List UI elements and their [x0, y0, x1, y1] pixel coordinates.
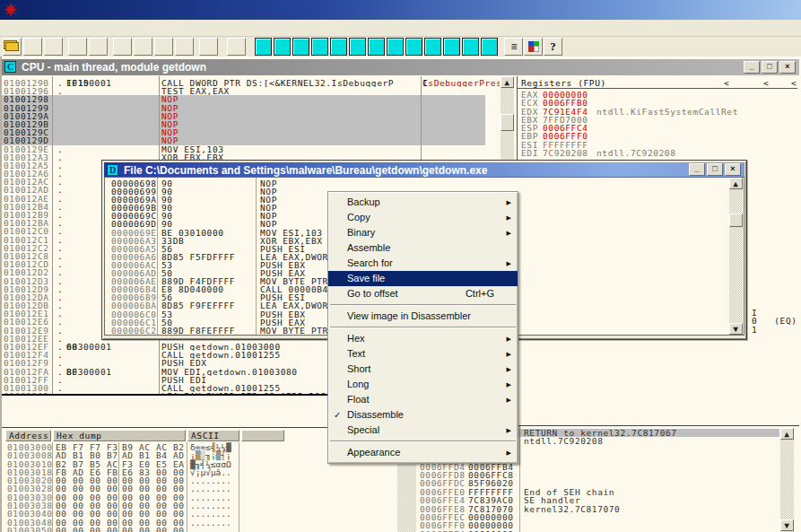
trace-over-button[interactable]: [175, 38, 194, 56]
call-stack-window-button[interactable]: [405, 38, 422, 56]
menu-item-go-to-offset[interactable]: Go to offset Ctrl+G: [328, 286, 518, 301]
restart-button[interactable]: [23, 38, 42, 56]
file-close-button[interactable]: ×: [725, 163, 741, 176]
menu-separator[interactable]: [328, 438, 518, 445]
menu-debug[interactable]: [32, 26, 48, 30]
step-over-button[interactable]: [134, 38, 152, 56]
handles-window-button[interactable]: [349, 38, 366, 56]
help-icon[interactable]: ?: [544, 38, 562, 56]
scroll-down-icon[interactable]: ▼: [780, 519, 794, 531]
disassembly-row[interactable]: 0100129A 90 NOP: [2, 112, 501, 120]
dump-header-ascii[interactable]: ASCII: [187, 430, 239, 441]
scrollbar-thumb[interactable]: [729, 214, 743, 227]
windows-list-icon[interactable]: ≡: [504, 38, 523, 56]
menu-item-text[interactable]: Text ▶: [328, 346, 518, 362]
file-minimize-button[interactable]: _: [689, 163, 705, 176]
menu-item-search-for[interactable]: Search for ▶: [328, 256, 518, 271]
menu-item-label: Short: [347, 362, 370, 377]
source-window-button[interactable]: [481, 38, 498, 56]
file-maximize-button[interactable]: □: [707, 163, 723, 176]
menu-item-copy[interactable]: Copy ▶: [328, 210, 518, 225]
disassembly-row[interactable]: 0100129C 90 NOP: [2, 128, 501, 136]
threads-window-button[interactable]: [311, 38, 328, 56]
menu-window[interactable]: [81, 26, 97, 30]
dump-header-hex[interactable]: Hex dump: [53, 430, 186, 441]
windows-window-button[interactable]: [330, 38, 347, 56]
menu-item-disassemble[interactable]: ✓ Disassemble: [328, 407, 518, 423]
EDI[interactable]: EDI7C920208ntdll.7C920208: [518, 149, 799, 157]
hex-dump-row[interactable]: 0100305000 00 00 00 00 00 00 00........: [2, 527, 397, 532]
check-icon: ✓: [334, 407, 346, 423]
close-program-button[interactable]: [44, 38, 63, 56]
stack-scrollbar[interactable]: ▲ ▼: [780, 428, 794, 532]
menu-item-special[interactable]: Special ▶: [328, 423, 518, 438]
cpu-window-button[interactable]: [368, 38, 385, 56]
go-to-address-button[interactable]: [227, 38, 246, 56]
dump-header-address[interactable]: Address: [5, 430, 51, 441]
disassembly-row[interactable]: 01001299 90 NOP: [2, 104, 501, 112]
menu-item-label: Special: [347, 423, 379, 438]
menu-file[interactable]: [0, 26, 16, 30]
menu-item-backup[interactable]: Backup ▶: [328, 195, 518, 210]
menu-plugins[interactable]: [48, 26, 65, 30]
appearance-colors-icon[interactable]: [524, 38, 543, 56]
disassembly-row[interactable]: 0100129D 90 NOP: [2, 136, 501, 144]
menu-item-float[interactable]: Float ▶: [328, 392, 518, 407]
cpu-minimize-button[interactable]: _: [744, 61, 760, 74]
disassembly-row[interactable]: 01001296. 85C0 TEST EAX,EAX: [2, 87, 501, 95]
disassembly-row[interactable]: 0100129E. BE 03010000 MOV ESI,103: [2, 145, 501, 153]
menu-item-hex[interactable]: Hex ▶: [328, 331, 518, 346]
cpu-title-bar[interactable]: C CPU - main thread, module getdown _ □ …: [2, 59, 799, 75]
run-button[interactable]: [68, 38, 87, 56]
submenu-arrow-icon: ▶: [507, 331, 511, 346]
trace-into-button[interactable]: [154, 38, 173, 56]
executables-window-button[interactable]: [274, 38, 291, 56]
cpu-maximize-button[interactable]: □: [762, 61, 778, 74]
execute-till-return-button[interactable]: [199, 38, 218, 56]
menu-help[interactable]: [97, 26, 113, 30]
menu-item-short[interactable]: Short ▶: [328, 362, 518, 377]
menu-item-save-file[interactable]: Save file: [328, 271, 518, 286]
menu-item-long[interactable]: Long ▶: [328, 377, 518, 392]
menu-item-assemble[interactable]: Assemble: [328, 240, 518, 256]
scroll-up-icon[interactable]: ▲: [501, 76, 514, 88]
patches-window-button[interactable]: [387, 38, 404, 56]
menu-item-label: Hex: [347, 331, 365, 346]
collapse-icon[interactable]: <: [763, 78, 769, 88]
collapse-icon[interactable]: <: [791, 78, 797, 88]
disassembly-row[interactable]: 01001298 90 NOP: [2, 95, 501, 103]
toolbar-buttons: [3, 38, 248, 56]
scroll-up-icon[interactable]: ▲: [780, 428, 794, 440]
pause-button[interactable]: [89, 38, 108, 56]
scrollbar-thumb[interactable]: [501, 114, 514, 131]
menu-separator[interactable]: [328, 301, 518, 309]
open-file-button[interactable]: [3, 38, 22, 56]
submenu-arrow-icon: ▶: [507, 377, 511, 392]
references-window-button[interactable]: [443, 38, 460, 56]
breakpoints-window-button[interactable]: [424, 38, 441, 56]
scroll-up-icon[interactable]: ▲: [729, 178, 743, 189]
file-row[interactable]: 0000069890NOP: [105, 179, 728, 188]
menu-options[interactable]: [65, 26, 81, 30]
menu-item-appearance[interactable]: Appearance ▶: [328, 445, 518, 460]
menu-item-binary[interactable]: Binary ▶: [328, 225, 518, 240]
scroll-down-icon[interactable]: ▼: [729, 323, 743, 335]
file-window-title-bar[interactable]: D File C:\Documents and Settings\malware…: [104, 162, 744, 177]
cpu-close-button[interactable]: ×: [779, 61, 796, 74]
menu-item-label: Binary: [347, 225, 375, 240]
file-window-title: File C:\Documents and Settings\malware\B…: [124, 164, 487, 177]
disassembly-row[interactable]: 01001290. FF15 10100001 CALL DWORD PTR D…: [2, 79, 501, 87]
disassembly-row[interactable]: 0100129B 90 NOP: [2, 120, 501, 128]
fpu-flags-fragment: I 0 (EQ) 1: [752, 309, 797, 334]
run-trace-window-button[interactable]: [462, 38, 479, 56]
log-window-button[interactable]: [255, 38, 272, 56]
collapse-icon[interactable]: <: [724, 78, 729, 88]
memory-window-button[interactable]: [292, 38, 309, 56]
step-into-button[interactable]: [113, 38, 132, 56]
menu-item-label: Text: [347, 346, 365, 362]
menu-view[interactable]: [16, 26, 32, 30]
menu-item-view-image-in-disassembler[interactable]: View image in Disassembler: [328, 309, 518, 324]
menu-bar: [0, 20, 801, 37]
menu-separator[interactable]: [328, 324, 518, 331]
file-scrollbar[interactable]: ▲ ▼: [729, 178, 743, 335]
